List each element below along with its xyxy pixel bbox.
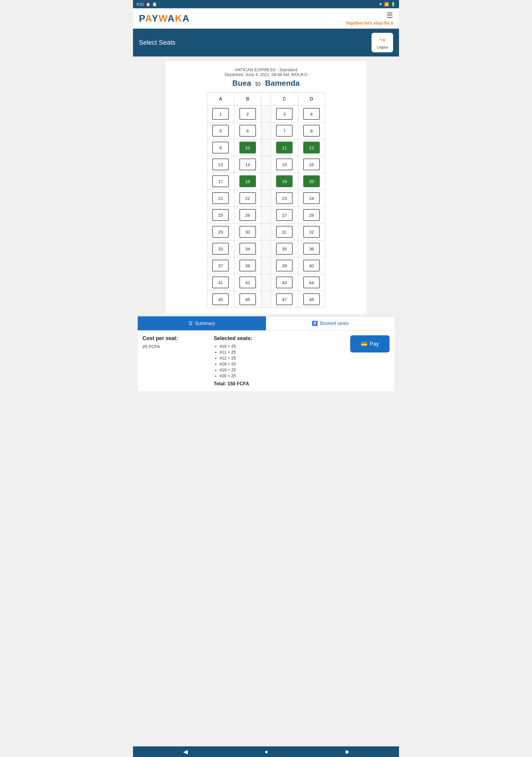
col-b-header: B <box>234 93 261 106</box>
seat-cell: 13 <box>207 156 234 173</box>
seat-cell: 23 <box>271 190 298 207</box>
pay-section: 💳 Pay <box>350 335 390 352</box>
aisle-cell <box>261 257 271 274</box>
seat-button-23[interactable]: 23 <box>276 192 293 204</box>
seat-button-46[interactable]: 46 <box>239 293 256 305</box>
seat-button-32[interactable]: 32 <box>303 226 320 238</box>
seat-cell: 18 <box>234 173 261 190</box>
seat-button-16[interactable]: 16 <box>303 159 320 170</box>
app-header: PAYWAKA ☰ Together let's stop the $ <box>133 8 399 29</box>
pay-icon: 💳 <box>361 341 368 347</box>
seat-cell: 1 <box>207 106 234 122</box>
aisle-cell <box>261 240 271 257</box>
seat-button-29[interactable]: 29 <box>212 226 229 238</box>
seat-cell: 27 <box>271 207 298 224</box>
seat-button-9[interactable]: 9 <box>212 142 229 153</box>
seat-button-11[interactable]: 11 <box>276 142 293 153</box>
seat-button-21[interactable]: 21 <box>212 192 229 204</box>
selected-item: #18 = 25 <box>220 362 344 366</box>
seat-button-5[interactable]: 5 <box>212 125 229 136</box>
seat-button-27[interactable]: 27 <box>276 209 293 221</box>
seat-button-28[interactable]: 28 <box>303 209 320 221</box>
seat-button-4[interactable]: 4 <box>303 108 320 120</box>
seat-button-45[interactable]: 45 <box>212 293 229 305</box>
seat-cell: 24 <box>298 190 325 207</box>
seat-button-39[interactable]: 39 <box>276 259 293 271</box>
seat-button-20[interactable]: 20 <box>303 175 320 187</box>
booked-tab-label: Booked seats <box>320 321 349 326</box>
seat-button-47[interactable]: 47 <box>276 293 293 305</box>
booked-tab[interactable]: ♿ Booked seats <box>266 317 394 330</box>
seat-cell: 15 <box>271 156 298 173</box>
seat-grid: A B C D 12345678910111213141516171819202… <box>207 93 325 308</box>
seat-button-33[interactable]: 33 <box>212 243 229 255</box>
seat-button-6[interactable]: 6 <box>239 125 256 136</box>
bus-departure: Departure: June 4, 2021, 09:48 AM, MOLIK… <box>168 72 364 77</box>
page-title: Select Seats <box>139 39 176 46</box>
logout-label: Logout <box>377 45 388 49</box>
seat-button-44[interactable]: 44 <box>303 277 320 288</box>
seat-cell: 10 <box>234 139 261 156</box>
aisle-cell <box>261 291 271 308</box>
seat-button-31[interactable]: 31 <box>276 226 293 238</box>
seat-button-38[interactable]: 38 <box>239 259 256 271</box>
seat-button-24[interactable]: 24 <box>303 192 320 204</box>
seat-button-2[interactable]: 2 <box>239 108 256 120</box>
seat-button-14[interactable]: 14 <box>239 159 256 170</box>
main-content: VATICAN EXPRESS - Standard Departure: Ju… <box>133 56 399 396</box>
seat-cell: 14 <box>234 156 261 173</box>
seat-button-10[interactable]: 10 <box>239 142 256 153</box>
seat-cell: 39 <box>271 257 298 274</box>
col-c-header: C <box>271 93 298 106</box>
seat-button-48[interactable]: 48 <box>303 293 320 305</box>
seat-button-13[interactable]: 13 <box>212 159 229 170</box>
seat-button-18[interactable]: 18 <box>239 175 256 187</box>
aisle-header <box>261 93 271 106</box>
seat-button-36[interactable]: 36 <box>303 243 320 255</box>
seat-cell: 26 <box>234 207 261 224</box>
seat-cell: 38 <box>234 257 261 274</box>
seat-cell: 6 <box>234 122 261 139</box>
seat-button-7[interactable]: 7 <box>276 125 293 136</box>
seat-cell: 25 <box>207 207 234 224</box>
seat-grid-wrapper: A B C D 12345678910111213141516171819202… <box>168 93 364 308</box>
pay-button[interactable]: 💳 Pay <box>350 335 390 352</box>
seat-card: VATICAN EXPRESS - Standard Departure: Ju… <box>165 61 367 314</box>
seat-cell: 41 <box>207 274 234 291</box>
seat-button-15[interactable]: 15 <box>276 159 293 170</box>
seat-button-22[interactable]: 22 <box>239 192 256 204</box>
summary-tab[interactable]: ☰ Summary <box>138 317 266 330</box>
seat-button-8[interactable]: 8 <box>303 125 320 136</box>
seat-button-41[interactable]: 41 <box>212 277 229 288</box>
aisle-cell <box>261 122 271 139</box>
seat-button-17[interactable]: 17 <box>212 175 229 187</box>
app-logo: PAYWAKA <box>139 13 190 24</box>
seat-button-35[interactable]: 35 <box>276 243 293 255</box>
seat-button-1[interactable]: 1 <box>212 108 229 120</box>
selected-item: #10 = 25 <box>220 344 344 348</box>
seat-button-43[interactable]: 43 <box>276 277 293 288</box>
seat-button-25[interactable]: 25 <box>212 209 229 221</box>
aisle-cell <box>261 190 271 207</box>
seat-button-12[interactable]: 12 <box>303 142 320 153</box>
seat-cell: 30 <box>234 224 261 240</box>
selected-list: #10 = 25#11 = 25#12 = 25#18 = 25#19 = 25… <box>214 344 344 378</box>
battery-icon: 🔋 <box>391 2 396 7</box>
seat-button-3[interactable]: 3 <box>276 108 293 120</box>
seat-button-34[interactable]: 34 <box>239 243 256 255</box>
seat-button-42[interactable]: 42 <box>239 277 256 288</box>
route-dest: Bamenda <box>265 79 300 87</box>
logout-button[interactable]: ↪ Logout <box>371 33 393 52</box>
hamburger-menu[interactable]: ☰ <box>387 11 393 19</box>
seat-button-19[interactable]: 19 <box>276 175 293 187</box>
seat-button-40[interactable]: 40 <box>303 259 320 271</box>
seat-cell: 22 <box>234 190 261 207</box>
seat-cell: 11 <box>271 139 298 156</box>
seat-button-37[interactable]: 37 <box>212 259 229 271</box>
seat-button-30[interactable]: 30 <box>239 226 256 238</box>
summary-tab-label: Summary <box>195 321 215 326</box>
seat-button-26[interactable]: 26 <box>239 209 256 221</box>
alarm-icon: ⏰ <box>146 2 150 7</box>
selected-item: #20 = 25 <box>220 374 344 378</box>
aisle-cell <box>261 156 271 173</box>
